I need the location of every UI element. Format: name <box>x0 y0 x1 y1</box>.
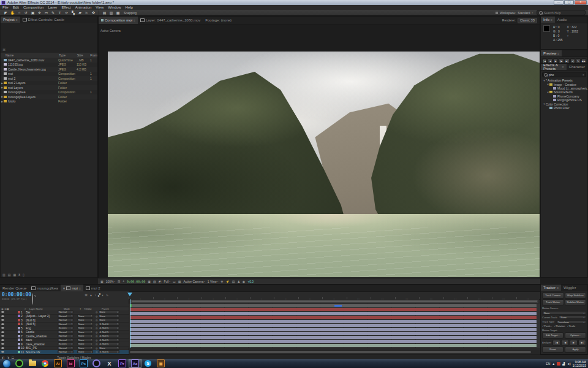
pickwhip-icon[interactable]: ◎ <box>96 318 98 321</box>
layer-duration-bar[interactable] <box>130 316 537 319</box>
label-color-swatch[interactable] <box>18 323 20 325</box>
tab-composition[interactable]: Composition moi ≡ <box>99 17 138 24</box>
tab-tracker[interactable]: Tracker≡ <box>541 285 561 291</box>
composition-mini-flowchart-icon[interactable]: ⌘ <box>85 293 88 297</box>
workspace-switcher[interactable]: Workspace: Standard ▾ <box>496 11 533 15</box>
timeline-tab-render-queue[interactable]: Render Queue <box>0 285 29 291</box>
analyze-forward-1-button[interactable]: ▶| <box>578 340 586 346</box>
media-player-taskbar-icon[interactable] <box>13 359 26 368</box>
network-icon[interactable]: ▟ <box>562 362 565 366</box>
label-color-swatch[interactable] <box>18 339 20 341</box>
timeline-horizontal-scrollbar[interactable] <box>129 350 540 354</box>
pan-behind-tool-icon[interactable]: ✛ <box>36 10 43 16</box>
analyze-backward-1-button[interactable]: |◀ <box>552 340 560 346</box>
current-track-dropdown[interactable]: None▾ <box>559 315 586 319</box>
shape-tool-icon[interactable]: ▭ <box>43 10 50 16</box>
mode-dropdown[interactable]: Normal▾ <box>58 347 74 350</box>
mask-visibility-icon[interactable]: ⌖ <box>123 279 124 283</box>
label-color-swatch[interactable] <box>18 315 20 317</box>
eye-icon[interactable] <box>1 315 4 317</box>
tab-footage[interactable]: Footage: (none) <box>203 17 234 24</box>
analyze-forward-button[interactable]: ▶ <box>570 340 578 346</box>
pickwhip-icon[interactable]: ◎ <box>96 339 98 342</box>
work-area-bar[interactable] <box>130 299 539 304</box>
layer-duration-bar[interactable] <box>130 328 537 331</box>
lens-app-taskbar-icon[interactable] <box>90 359 103 368</box>
language-indicator[interactable]: EN <box>546 362 550 366</box>
effects-search-input[interactable]: pho × <box>542 72 586 77</box>
pickwhip-icon[interactable]: ◎ <box>96 323 98 326</box>
eye-icon[interactable] <box>1 335 4 337</box>
chrome-taskbar-icon[interactable] <box>39 359 51 368</box>
illustrator-taskbar-icon[interactable]: Ai <box>51 359 64 368</box>
mode-dropdown[interactable]: Normal▾ <box>58 315 74 318</box>
mode-dropdown[interactable]: Normal▾ <box>58 318 74 321</box>
delete-icon[interactable]: ▯ <box>23 273 24 277</box>
current-time-display[interactable]: 0:00:00:00 00000 (29.97 fps) <box>2 293 31 301</box>
trkmat-dropdown[interactable]: None▾ <box>77 323 93 326</box>
type-tool-icon[interactable]: T <box>56 10 63 16</box>
timeline-tab-moungojfkea[interactable]: moungojfkea <box>29 285 60 291</box>
eye-icon[interactable] <box>1 327 4 329</box>
reset-button[interactable]: Reset <box>542 347 564 353</box>
apply-button[interactable]: Apply <box>565 347 586 353</box>
camera-tool-icon[interactable]: ▣ <box>29 10 36 16</box>
exposure-value[interactable]: +0.0 <box>247 280 254 283</box>
skype-taskbar-icon[interactable]: S <box>141 359 154 368</box>
new-composition-icon[interactable]: ▦ <box>13 273 16 277</box>
eye-icon[interactable] <box>1 351 4 353</box>
roi-icon[interactable]: ▭ <box>173 280 176 283</box>
layer-duration-bar[interactable] <box>130 340 537 343</box>
layer-marker[interactable] <box>334 305 342 307</box>
playhead-marker[interactable] <box>127 293 132 296</box>
hidden-icons-chevron[interactable]: ▲ <box>552 362 555 366</box>
timeline-tab-moi[interactable]: ×moi≡ <box>61 285 83 291</box>
track-type-dropdown[interactable]: Transform▾ <box>556 320 586 324</box>
eye-icon[interactable] <box>1 323 4 325</box>
trkmat-dropdown[interactable]: None▾ <box>77 350 93 353</box>
pickwhip-icon[interactable]: ◎ <box>96 350 98 353</box>
pickwhip-icon[interactable]: ◎ <box>96 334 98 337</box>
game-app-taskbar-icon[interactable]: ▦ <box>154 359 167 368</box>
label-color-swatch[interactable] <box>18 351 20 353</box>
panel-menu-icon[interactable]: ≡ <box>16 18 18 21</box>
show-snapshot-icon[interactable]: ▨ <box>153 280 156 283</box>
options-button[interactable]: Options... <box>565 332 586 339</box>
project-item[interactable]: ▶moi 2 LayersFolder <box>1 81 97 86</box>
viewer-timecode[interactable]: 0:00:00:00 <box>127 280 145 283</box>
mode-dropdown[interactable]: Screen▾ <box>58 326 74 329</box>
label-color-swatch[interactable] <box>18 347 20 349</box>
pen-tool-icon[interactable]: ✎ <box>50 10 56 16</box>
hand-tool-icon[interactable]: ✋ <box>9 10 16 16</box>
rotation-tool-icon[interactable]: ↺ <box>23 10 29 16</box>
layer-duration-bar[interactable] <box>130 324 537 327</box>
start-button[interactable] <box>0 359 13 368</box>
project-item[interactable]: Castle_Neuschwanstein.jpgJPEG4.2 MB <box>1 67 97 72</box>
rotation-checkbox[interactable]: ✓Rotation <box>554 324 565 328</box>
brush-tool-icon[interactable]: ✑ <box>63 10 70 16</box>
volume-icon[interactable]: ◄) <box>567 362 571 366</box>
pickwhip-icon[interactable]: ◎ <box>96 326 98 329</box>
selection-tool-icon[interactable]: ◤ <box>2 10 9 16</box>
parent-dropdown[interactable]: None▾ <box>99 318 119 321</box>
always-preview-icon[interactable]: ▣ <box>100 280 104 283</box>
menu-item-help[interactable]: Help <box>126 5 133 10</box>
fast-preview-icon[interactable]: ⚡ <box>225 280 229 283</box>
project-item[interactable]: ▶moungojfkea LayersFolder <box>1 94 97 99</box>
layer-duration-bar[interactable] <box>130 304 537 307</box>
motion-blur-icon[interactable]: ◐ <box>102 293 104 297</box>
warp-stabilizer-button[interactable]: Warp Stabilizer <box>565 293 587 299</box>
view-layout-dropdown[interactable]: 1 View▾ <box>208 280 218 283</box>
stabilize-motion-button[interactable]: Stabilize Motion <box>565 299 587 305</box>
axis-mode-icon-2[interactable]: ▦ <box>115 10 121 16</box>
mode-dropdown[interactable]: Normal▾ <box>58 350 74 353</box>
close-button[interactable]: × <box>575 0 587 5</box>
trkmat-dropdown[interactable]: None▾ <box>77 334 93 337</box>
track-camera-button[interactable]: Track Camera <box>542 293 564 299</box>
project-item[interactable]: ▶fotoloFolder <box>1 99 97 104</box>
layer-duration-bar[interactable] <box>130 344 537 347</box>
composition-viewer[interactable] <box>108 52 540 277</box>
graph-editor-icon[interactable]: ∿ <box>106 293 108 297</box>
pickwhip-icon[interactable]: ◎ <box>96 310 98 313</box>
tab-character[interactable]: Character <box>567 64 587 70</box>
